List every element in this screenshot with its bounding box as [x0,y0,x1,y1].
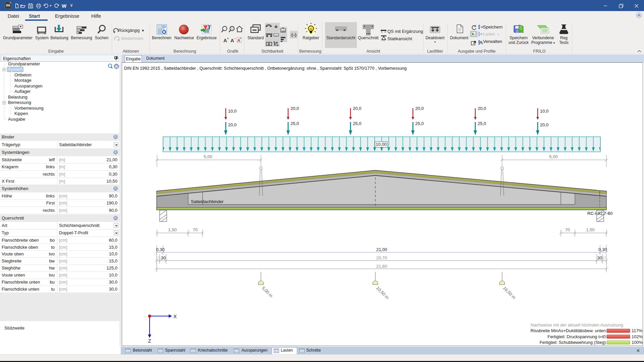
svg-text:10,0: 10,0 [228,109,236,114]
svg-text:Rissbreite MinAs+Duktilitätsbe: Rissbreite MinAs+Duktilitätsbew. unten [531,328,606,333]
svg-text:M: M [209,25,211,27]
svg-text:20,0: 20,0 [228,122,236,127]
svg-text:5,00: 5,00 [204,154,212,159]
svg-text:70: 70 [565,227,570,232]
svg-text:Fertigteil: Druckspannung t=t0: Fertigteil: Druckspannung t=t0 [547,334,606,339]
svg-text:102%: 102% [632,334,643,339]
svg-text:15: 15 [156,255,160,260]
svg-text:0,30: 0,30 [598,247,607,252]
svg-text:20,0: 20,0 [540,122,548,127]
svg-text:21,60: 21,60 [376,264,387,269]
svg-text:25,0: 25,0 [415,121,424,126]
svg-text:70: 70 [193,227,198,232]
svg-text:20,70: 20,70 [376,255,387,260]
svg-text:Satteldachbinder: Satteldachbinder [191,199,224,204]
svg-text:25,0: 25,0 [290,121,299,126]
svg-text:15: 15 [602,255,607,260]
svg-text:10,0: 10,0 [540,109,548,114]
svg-text:0,30: 0,30 [156,247,164,252]
svg-text:A: A [223,38,227,43]
svg-text:5,00: 5,00 [549,154,557,159]
svg-text:20,0: 20,0 [353,106,361,111]
svg-text:A: A [268,42,270,46]
svg-text:Nachweise mit der aktuell höch: Nachweise mit der aktuell höchsten Ausnu… [531,322,623,327]
svg-text:Fertigteil: Schubbewehrung (St: Fertigteil: Schubbewehrung (Steg) [540,340,606,345]
svg-text:1,50: 1,50 [168,227,176,232]
svg-text:20,0: 20,0 [415,106,424,111]
svg-text:20,0: 20,0 [290,106,299,111]
svg-text:abl: abl [281,29,285,33]
svg-text:DIN EN 1992:2015 , Satteldachb: DIN EN 1992:2015 , Satteldachbinder , Qu… [124,66,407,71]
svg-text:X: X [173,314,177,319]
svg-text:−: − [234,37,236,40]
svg-text:100%: 100% [632,340,643,345]
svg-text:Z: Z [148,338,151,344]
svg-text:10,50 m: 10,50 m [375,286,390,300]
svg-text:123: 123 [161,25,165,28]
svg-text:RC-I-92,7-60: RC-I-92,7-60 [587,211,612,216]
svg-text:5,00 m: 5,00 m [261,286,274,299]
svg-text:W: W [62,3,67,9]
svg-text:25,0: 25,0 [478,121,486,126]
svg-text:16,50 m: 16,50 m [502,286,517,300]
svg-text:21,00: 21,00 [376,247,387,252]
svg-text:+: + [227,37,229,40]
svg-text:30: 30 [161,255,166,260]
svg-text:20,0: 20,0 [478,106,486,111]
svg-text:+: + [10,1,11,4]
svg-text:10,00: 10,00 [376,142,387,147]
svg-text:117%: 117% [632,328,643,333]
svg-text:25,0: 25,0 [353,121,361,126]
svg-text:A: A [230,38,234,43]
svg-text:1,50: 1,50 [586,227,594,232]
svg-text:A: A [237,38,240,43]
svg-text:30: 30 [597,255,602,260]
